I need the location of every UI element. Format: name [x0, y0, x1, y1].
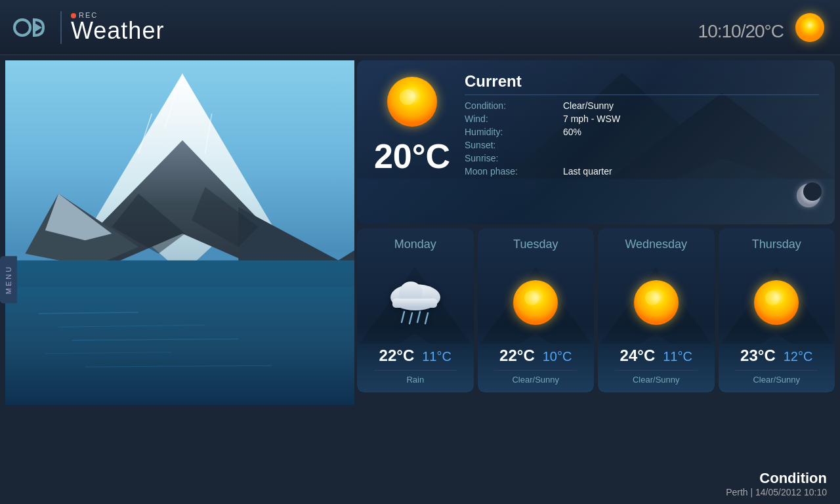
status-bar: Condition Perth | 14/05/2012 10:10 — [0, 463, 840, 504]
forecast-condition-monday: Rain — [406, 375, 424, 385]
current-sun-icon — [383, 72, 442, 131]
forecast-thursday-content: Thursday — [725, 238, 829, 385]
logo-area: REC Weather — [13, 11, 164, 44]
svg-line-41 — [417, 312, 420, 322]
clock-display: 10:10/20°C — [698, 11, 784, 44]
sunset-label: Sunset: — [465, 140, 556, 150]
forecast-icon-tuesday — [509, 258, 562, 346]
forecast-wednesday-content: Wednesday — [604, 238, 708, 385]
temp-high-wednesday: 24°C — [620, 346, 656, 365]
forecast-temps-tuesday: 22°C 10°C — [499, 346, 572, 365]
moon-icon — [795, 182, 822, 209]
svg-point-30 — [804, 201, 806, 203]
forecast-temps-thursday: 23°C 12°C — [740, 346, 812, 365]
forecast-icon-monday — [386, 258, 445, 346]
svg-point-47 — [524, 291, 539, 305]
current-card-content: 20°C Current Condition: Clear/Sunny Wind… — [373, 72, 819, 177]
sun-icon-wednesday — [630, 276, 682, 329]
forecast-day-tuesday: Tuesday — [513, 238, 558, 251]
logo-divider — [60, 11, 62, 44]
logo-icon — [13, 11, 51, 44]
rain-cloud-icon — [386, 279, 445, 326]
current-title: Current — [465, 72, 819, 95]
left-panel: MENU — [0, 55, 354, 504]
clock-area: 10:10/20°C — [698, 10, 827, 45]
temp-low-wednesday: 11°C — [663, 349, 692, 364]
svg-point-57 — [765, 291, 780, 305]
forecast-icon-thursday — [750, 258, 803, 346]
forecast-condition-wednesday: Clear/Sunny — [633, 375, 680, 385]
svg-rect-10 — [5, 287, 354, 405]
temp-high-thursday: 23°C — [740, 346, 776, 365]
svg-rect-38 — [392, 299, 437, 308]
sunset-value — [563, 140, 819, 150]
forecast-monday[interactable]: Monday — [357, 228, 474, 392]
svg-line-42 — [425, 313, 428, 324]
svg-point-2 — [798, 16, 822, 39]
forecast-temps-wednesday: 24°C 11°C — [620, 346, 692, 365]
forecast-tuesday-content: Tuesday — [484, 238, 588, 385]
header: REC Weather 10:10/20°C — [0, 0, 840, 55]
current-temperature: 20°C — [374, 136, 450, 176]
wind-label: Wind: — [465, 114, 556, 124]
forecast-divider-wednesday — [615, 370, 698, 371]
forecast-tuesday[interactable]: Tuesday — [478, 228, 595, 392]
current-details: Condition: Clear/Sunny Wind: 7 mph - WSW… — [465, 100, 819, 177]
forecast-divider-tuesday — [494, 370, 577, 371]
svg-line-40 — [410, 313, 412, 324]
forecast-temps-monday: 22°C 11°C — [379, 346, 452, 365]
svg-point-52 — [645, 291, 660, 305]
status-location-time: Perth | 14/05/2012 10:10 — [726, 487, 827, 497]
forecast-condition-tuesday: Clear/Sunny — [512, 375, 559, 385]
humidity-label: Humidity: — [465, 127, 556, 137]
weather-title: Weather — [71, 19, 164, 43]
menu-tab[interactable]: MENU — [0, 256, 17, 303]
moon-label: Moon phase: — [465, 166, 556, 177]
svg-point-29 — [801, 197, 803, 200]
mountain-photo — [5, 60, 354, 405]
forecast-icon-wednesday — [630, 258, 682, 346]
temp-high-tuesday: 22°C — [499, 346, 535, 365]
forecast-wednesday[interactable]: Wednesday — [598, 228, 715, 392]
svg-point-0 — [14, 20, 30, 35]
forecast-monday-content: Monday — [364, 238, 467, 385]
svg-line-39 — [402, 312, 404, 322]
sunrise-value — [563, 153, 819, 163]
sun-icon-tuesday — [509, 276, 562, 329]
status-condition-label: Condition — [726, 470, 827, 487]
current-left-panel: 20°C — [373, 72, 452, 176]
sun-icon-thursday — [750, 276, 803, 329]
forecast-divider-monday — [374, 370, 457, 371]
svg-point-28 — [803, 182, 822, 201]
sun-icon-header — [793, 10, 827, 45]
temp-low-thursday: 12°C — [784, 349, 813, 364]
temp-low-monday: 11°C — [422, 349, 452, 364]
current-weather-card: 20°C Current Condition: Clear/Sunny Wind… — [357, 60, 835, 224]
right-panel: 20°C Current Condition: Clear/Sunny Wind… — [354, 55, 840, 504]
current-right-panel: Current Condition: Clear/Sunny Wind: 7 m… — [465, 72, 819, 177]
condition-value: Clear/Sunny — [563, 100, 819, 111]
forecast-day-monday: Monday — [394, 238, 436, 251]
temp-high-monday: 22°C — [379, 346, 415, 365]
moon-icon-area — [795, 182, 822, 211]
wind-value: 7 mph - WSW — [563, 114, 819, 124]
humidity-value: 60% — [563, 127, 819, 137]
main-content: MENU — [0, 55, 840, 504]
forecast-day-thursday: Thursday — [752, 238, 801, 251]
forecast-divider-thursday — [735, 370, 818, 371]
temp-low-tuesday: 10°C — [543, 349, 572, 364]
forecast-thursday[interactable]: Thursday — [719, 228, 835, 392]
sunrise-label: Sunrise: — [465, 153, 556, 163]
condition-label: Condition: — [465, 100, 556, 111]
forecast-condition-thursday: Clear/Sunny — [753, 375, 800, 385]
svg-point-26 — [400, 89, 415, 105]
forecast-day-wednesday: Wednesday — [625, 238, 687, 251]
mountain-scene — [5, 60, 354, 405]
forecast-row: Monday — [357, 228, 835, 392]
moon-value: Last quarter — [563, 166, 819, 177]
logo-text-area: REC Weather — [71, 12, 164, 43]
svg-rect-24 — [357, 179, 835, 224]
